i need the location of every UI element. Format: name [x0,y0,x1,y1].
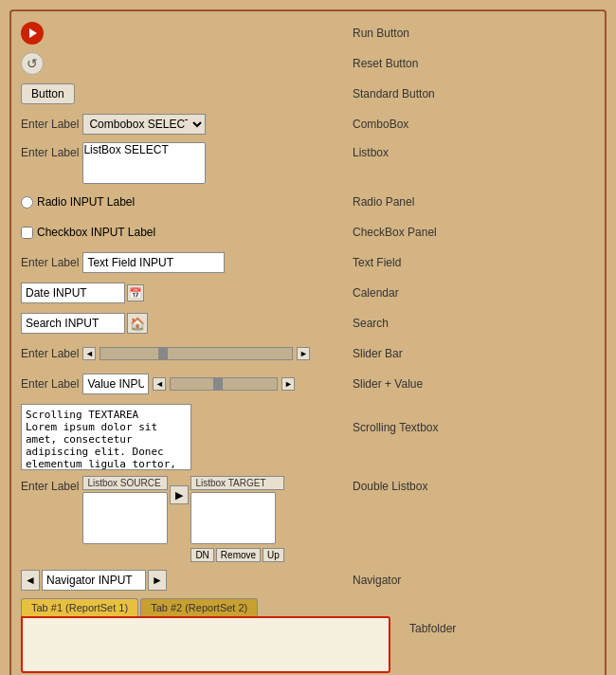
slidervalue-thumb[interactable] [213,378,223,390]
listbox-enter-label: Enter Label [21,146,79,159]
slidervalue-input[interactable] [82,374,149,394]
slider-thumb[interactable] [158,348,168,359]
calendar-area: 📅 [21,283,334,303]
search-input-container: 🏠 [21,313,148,334]
doublelistbox-enter-label: Enter Label [21,480,79,493]
scrolltextbox-type-label: Scrolling Textbox [353,421,595,434]
tab-bar: Tab #1 (ReportSet 1) Tab #2 (ReportSet 2… [21,598,390,616]
source-listbox-section: Listbox SOURCE [82,476,168,544]
slidervalue-track [170,377,278,391]
scrolltextbox-area: Scrolling TEXTAREA Lorem ipsum dolor sit… [21,402,334,470]
standard-button[interactable]: Button [21,83,75,104]
tabfolder-area: Tab #1 (ReportSet 1) Tab #2 (ReportSet 2… [21,598,390,673]
scrolltextbox-row: Scrolling TEXTAREA Lorem ipsum dolor sit… [21,402,595,470]
main-container: Run Button ↺ Reset Button Button Standar… [9,9,607,675]
slidervalue-row: Enter Label ◄ ► Slider + Value [21,372,595,396]
date-input[interactable] [21,283,125,303]
radio-input-group: Radio INPUT Label [21,195,135,209]
navigator-type-label: Navigator [353,574,595,587]
target-listbox[interactable] [190,492,276,544]
tab-content [21,616,390,673]
slidervalue-type-label: Slider + Value [353,377,595,391]
tabfolder-type-label: Tabfolder [409,622,595,635]
listbox-area: Enter Label ListBox SELECT [21,142,334,184]
source-listbox[interactable] [82,492,168,544]
date-input-container: 📅 [21,283,144,303]
radio-input[interactable] [21,196,33,209]
standard-button-row: Button Standard Button [21,82,595,106]
search-type-label: Search [353,317,595,330]
checkbox-area: Checkbox INPUT Label [21,226,334,239]
up-button[interactable]: Up [263,548,284,562]
run-button[interactable] [21,22,44,45]
doublelistbox-type-label: Double Listbox [353,480,595,493]
search-icon[interactable]: 🏠 [127,313,148,334]
combobox-select[interactable]: Combobox SELECT [82,114,206,135]
checkbox-row: Checkbox INPUT Label CheckBox Panel [21,220,595,245]
tabfolder-row: Tab #1 (ReportSet 1) Tab #2 (ReportSet 2… [21,598,595,673]
navigator-area: ◄ ► [21,570,334,591]
slidervalue-track-container: ◄ ► [153,377,295,391]
remove-button[interactable]: Remove [216,548,261,562]
listbox-type-label: Listbox [353,146,595,159]
textfield-type-label: Text Field [353,256,595,269]
navigator-input[interactable] [42,570,146,591]
radio-row: Radio INPUT Label Radio Panel [21,190,595,214]
textfield-enter-label: Enter Label [21,256,79,269]
tab-2-button[interactable]: Tab #2 (ReportSet 2) [140,598,258,616]
run-button-label: Run Button [353,27,595,40]
combobox-type-label: ComboBox [353,118,595,131]
calendar-type-label: Calendar [353,286,595,300]
textfield-area: Enter Label [21,252,334,273]
nav-next-button[interactable]: ► [148,570,167,591]
sliderbar-row: Enter Label ◄ ► Slider Bar [21,341,595,366]
slider-left-arrow[interactable]: ◄ [82,347,96,360]
checkbox-input[interactable] [21,227,33,239]
sliderbar-area: Enter Label ◄ ► [21,347,334,360]
reset-button-area: ↺ [21,52,334,75]
navigator-container: ◄ ► [21,570,167,591]
checkbox-input-group: Checkbox INPUT Label [21,226,155,239]
combobox-row: Enter Label Combobox SELECT ComboBox [21,112,595,137]
calendar-icon[interactable]: 📅 [127,284,144,301]
sliderbar-type-label: Slider Bar [353,347,595,360]
sliderbar-enter-label: Enter Label [21,347,79,360]
slider-track [100,347,293,360]
tabfolder-container: Tab #1 (ReportSet 1) Tab #2 (ReportSet 2… [21,598,390,673]
target-listbox-section: Listbox TARGET DN Remove Up [190,476,284,562]
standard-button-type-label: Standard Button [353,87,595,100]
double-listbox-container: Listbox SOURCE ▶ Listbox TARGET DN Remov… [82,476,284,562]
slidervalue-left-arrow[interactable]: ◄ [153,377,166,391]
dn-button[interactable]: DN [190,548,213,562]
doublelistbox-area: Enter Label Listbox SOURCE ▶ Listbox TAR… [21,476,334,562]
textfield-row: Enter Label Text Field [21,250,595,275]
scroll-textarea[interactable]: Scrolling TEXTAREA Lorem ipsum dolor sit… [21,404,191,470]
checkbox-label: Checkbox INPUT Label [37,226,155,239]
doublelistbox-row: Enter Label Listbox SOURCE ▶ Listbox TAR… [21,476,595,562]
search-input[interactable] [21,313,125,334]
reset-button-row: ↺ Reset Button [21,51,595,76]
standard-button-area: Button [21,83,334,104]
reset-button-label: Reset Button [353,57,595,70]
textfield-input[interactable] [82,252,225,273]
calendar-row: 📅 Calendar [21,281,595,305]
navigator-row: ◄ ► Navigator [21,568,595,593]
search-area: 🏠 [21,313,334,334]
radio-type-label: Radio Panel [353,195,595,209]
combobox-area: Enter Label Combobox SELECT [21,114,334,135]
transfer-arrow[interactable]: ▶ [170,485,189,504]
checkbox-type-label: CheckBox Panel [353,226,595,239]
nav-prev-button[interactable]: ◄ [21,570,40,591]
run-button-row: Run Button [21,21,595,46]
listbox-select[interactable]: ListBox SELECT [82,142,206,184]
tab-1-button[interactable]: Tab #1 (ReportSet 1) [21,598,138,616]
reset-button[interactable]: ↺ [21,52,44,75]
dl-action-buttons: DN Remove Up [190,548,284,562]
slider-right-arrow[interactable]: ► [297,347,310,360]
slidervalue-enter-label: Enter Label [21,377,79,391]
target-listbox-label: Listbox TARGET [190,476,284,490]
run-button-area [21,22,334,45]
slidervalue-right-arrow[interactable]: ► [281,377,295,391]
search-row: 🏠 Search [21,311,595,336]
listbox-row: Enter Label ListBox SELECT Listbox [21,142,595,184]
